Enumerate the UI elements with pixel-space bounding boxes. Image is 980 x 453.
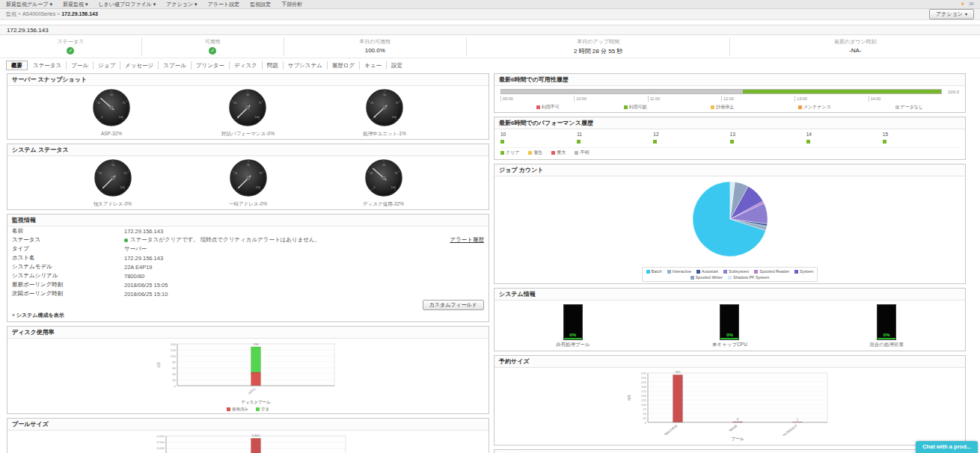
gauge-dial: 0255075100: [88, 87, 135, 129]
menu-item-4[interactable]: アラート設定: [208, 1, 240, 8]
green-check-icon: ✓: [67, 47, 74, 55]
custom-fields-button[interactable]: カスタムフィールド: [423, 300, 484, 310]
alert-history-link[interactable]: アラート履歴: [450, 236, 484, 244]
perf-hour-2: 12: [653, 132, 729, 144]
breadcrumb-item-2: 172.29.156.143: [61, 11, 98, 16]
panel-performance-history: 最新6時間でのパフォーマンス履歴 101112131415 クリア警告重大不明: [494, 117, 966, 160]
tab-9[interactable]: サブシステム: [284, 61, 328, 70]
legend-item-0: Batch: [646, 269, 662, 274]
gauge-label: 一時アドレス-0%: [225, 201, 272, 208]
tab-8[interactable]: 問題: [263, 61, 284, 70]
actions-button-label: アクション: [936, 11, 963, 16]
svg-text:ディスクプール: ディスクプール: [241, 400, 271, 404]
panel-title-job-count: ジョブ カウント: [494, 164, 965, 176]
pool-size-bar-chart: 05001,0001,5002,0002,5003,0003,5004,0006…: [144, 431, 353, 453]
perf-status-square[interactable]: [577, 140, 581, 144]
tab-3[interactable]: ジョブ: [94, 61, 120, 70]
panel-disk-usage: ディスク使用率 020406080100120140130ASP1ディスクプール…: [7, 326, 489, 414]
legend-swatch: [895, 105, 899, 109]
legend-item-6: Spooled Writer: [690, 275, 723, 280]
performance-legend: クリア警告重大不明: [500, 147, 959, 158]
gauge-dial: 0255075100: [224, 87, 271, 129]
capacity-value: 0%: [883, 333, 890, 337]
perf-status-square[interactable]: [806, 140, 810, 144]
svg-text:25: 25: [234, 172, 237, 175]
menu-item-2[interactable]: しきい値プロファイル ▾: [98, 1, 156, 8]
actions-button[interactable]: アクション▾: [929, 9, 974, 19]
tab-1[interactable]: ステータス: [28, 61, 67, 70]
server-snapshot-gauges: 0255075100ASP-32%0255075100対話パフォーマンス-0%0…: [7, 86, 489, 139]
menu-item-6[interactable]: 下部分析: [281, 1, 302, 8]
legend-item-1: Interactive: [667, 269, 691, 274]
capacity-bar-fill: [878, 338, 895, 339]
panel-availability-history: 最新6時間での可用性履歴 100.0 09:0010:0011:0012:001…: [494, 73, 966, 113]
tab-7[interactable]: ディスク: [230, 61, 263, 70]
info-row-label: システムシリアル: [12, 272, 124, 280]
menu-item-0[interactable]: 新規監視グループ ▾: [6, 1, 52, 8]
info-row-3: ホスト名172.29.156.143: [7, 253, 489, 262]
time-tick-5: 14:00: [869, 96, 881, 102]
menu-item-5[interactable]: 監視設定: [250, 1, 271, 8]
mail-icon[interactable]: ✉: [969, 1, 974, 7]
svg-text:20: 20: [172, 378, 176, 382]
status-cell-label: 本日の可用性: [287, 38, 463, 46]
legend-swatch: [794, 270, 798, 274]
perf-status-square[interactable]: [883, 140, 886, 144]
svg-text:25: 25: [370, 172, 373, 175]
perf-hour-label: 12: [653, 132, 729, 137]
personalize-icon[interactable]: ✦: [961, 1, 966, 7]
chat-widget[interactable]: Chat with a prod...: [916, 441, 978, 453]
status-cell-1: 可用性✓: [141, 37, 284, 56]
breadcrumb-item-1[interactable]: AS400/iSeries: [22, 11, 55, 16]
legend-swatch: [551, 151, 555, 155]
breadcrumb-item-0[interactable]: 監視: [6, 11, 16, 16]
perf-status-square[interactable]: [730, 140, 734, 144]
svg-text:150: 150: [640, 394, 646, 398]
legend-item-1: 空き: [256, 407, 269, 412]
availability-end-value: 100.0: [946, 90, 959, 94]
panel-title-availability-history: 最新6時間での可用性履歴: [494, 74, 965, 86]
legend-swatch: [227, 407, 230, 411]
system-status-gauges: 0255075100恒久アドレス-0%0255075100一時アドレス-0%02…: [7, 156, 489, 209]
legend-item-3: メンテナンス: [798, 104, 831, 111]
tab-11[interactable]: キュー: [360, 61, 387, 70]
panel-monitor-info: 監視情報 名前172.29.156.143ステータスステータスがクリアです。 現…: [7, 214, 489, 322]
show-system-config-link[interactable]: システム構成を表示: [16, 312, 64, 318]
gauge-dial: 0255075100: [361, 158, 407, 200]
panel-reserved-size: 予約サイズ 0255075100125150175200225250275265…: [494, 355, 966, 446]
menu-item-1[interactable]: 新規監視 ▾: [63, 1, 88, 8]
legend-swatch: [667, 270, 671, 274]
top-menu: 新規監視グループ ▾新規監視 ▾しきい値プロファイル ▾アクション ▾アラート設…: [6, 1, 302, 8]
system-info-item-0: 0%共有処理プール: [509, 304, 637, 348]
perf-status-square[interactable]: [653, 140, 657, 144]
tab-10[interactable]: 履歴ログ: [328, 61, 360, 70]
svg-text:0: 0: [174, 384, 176, 388]
tab-5[interactable]: スプール: [159, 61, 192, 70]
svg-text:100: 100: [392, 116, 396, 119]
tab-12[interactable]: 設定: [387, 61, 407, 70]
info-row-1: ステータスステータスがクリアです。 現時点でクリティカルアラートはありません。ア…: [7, 235, 489, 244]
svg-text:175: 175: [640, 389, 646, 393]
tab-6[interactable]: プリンター: [192, 61, 230, 70]
svg-text:0: 0: [101, 116, 102, 119]
tab-2[interactable]: プール: [67, 61, 94, 70]
svg-text:100: 100: [391, 186, 395, 189]
menu-item-3[interactable]: アクション ▾: [166, 1, 197, 8]
perf-status-square[interactable]: [500, 140, 504, 144]
svg-text:MB: MB: [627, 395, 631, 401]
main-content: サーバー スナップショット 0255075100ASP-32%025507510…: [0, 72, 980, 453]
perf-hour-label: 14: [806, 132, 883, 137]
green-check-icon: ✓: [209, 47, 216, 55]
info-row-value: 2018/06/25 15:05: [124, 282, 484, 289]
legend-swatch: [575, 151, 578, 155]
capacity-label: 未キャップCPU: [666, 342, 793, 348]
tab-0[interactable]: 概要: [6, 61, 28, 70]
svg-text:75: 75: [259, 102, 262, 105]
legend-item-0: 使用済み: [227, 407, 248, 412]
legend-swatch: [711, 105, 714, 109]
time-tick-1: 10:00: [574, 96, 587, 102]
tab-4[interactable]: メッセージ: [120, 61, 159, 70]
svg-text:200: 200: [640, 385, 646, 389]
svg-text:25: 25: [99, 172, 102, 175]
info-row-5: システムシリアル7800/80: [7, 271, 489, 280]
